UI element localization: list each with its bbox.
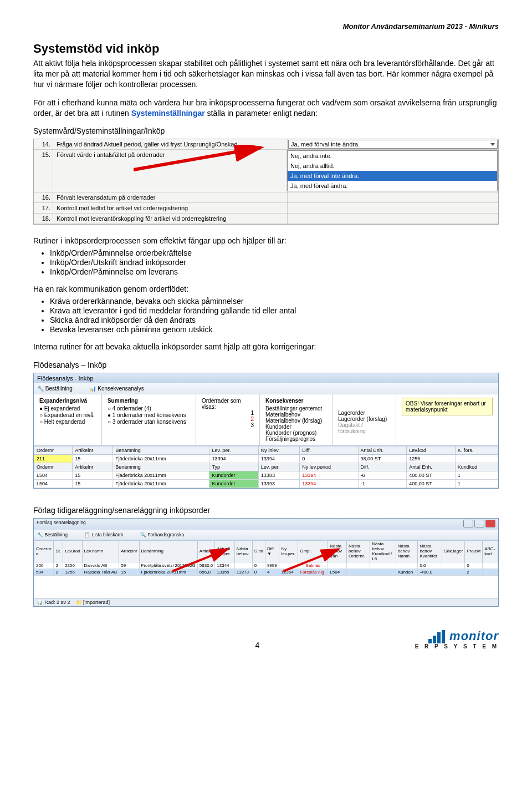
- radio-option[interactable]: Expanderad en nivå: [39, 412, 96, 418]
- list-item: Kräva att leverantör i god tid meddelar …: [50, 306, 499, 315]
- rows-shown-label: Orderrader som visas:: [202, 398, 254, 410]
- paragraph-1: Att aktivt följa hela inköpsprocessen sk…: [33, 58, 499, 90]
- radio-option[interactable]: 3 orderrader utan konsekvens: [108, 419, 190, 425]
- systeminstallningar-link[interactable]: Systeminställningar: [131, 109, 205, 118]
- setting-num: 16.: [34, 192, 53, 202]
- status-bar: 📊 Rad: 2 av 2 📁 [importerad]: [34, 598, 498, 606]
- col-sub: Beställningar gentemot: [265, 405, 326, 412]
- radio-option[interactable]: 1 orderrader med konsekvens: [108, 412, 190, 418]
- setting-num: 17.: [34, 203, 53, 213]
- flow-grid: OrdernrArtikelnrBenämning Lev. per.Ny in…: [34, 446, 498, 488]
- toolbar-tab[interactable]: 🔍 Förhandsgranska: [140, 532, 192, 537]
- table-row[interactable]: 20622356 Danvido AB59Frontplåta svetsi 2…: [34, 562, 498, 569]
- dropdown-option[interactable]: Nej, ändra inte.: [288, 151, 497, 161]
- settings-screenshot: 14. Fråga vid ändrad Aktuell period, gäl…: [33, 139, 499, 225]
- setting-text: Förvalt leveransdatum på orderrader: [53, 192, 288, 202]
- forslag-screenshot: Förslag senareläggning 🔧 Beställning 📋 L…: [33, 518, 499, 607]
- toolbar-tab[interactable]: 🔧 Beställning: [37, 532, 75, 537]
- col-head: Expanderingsnivå: [39, 398, 96, 404]
- toolbar-tab[interactable]: 📋 Lista bildskärm: [84, 532, 131, 537]
- kons-item: Försäljningsprognos: [265, 436, 326, 442]
- col-head: Summering: [108, 398, 190, 404]
- toolbar-tab[interactable]: 🔧 Beställning: [37, 385, 80, 392]
- monitor-logo: monitor E R P S Y S T E M: [415, 629, 499, 649]
- table-row[interactable]: 21115Fjäderbricka 20x11mm 13394133940 98…: [34, 454, 498, 463]
- table-row-selected[interactable]: 50421256 Hassela Tråd AB15Fjäderbricka 2…: [34, 569, 498, 575]
- para2-b: ställa in parameter enligt nedan:: [205, 109, 318, 118]
- radio-option[interactable]: 4 orderrader (4): [108, 405, 190, 412]
- kons-item: Kundorder: [265, 424, 326, 430]
- flow-heading: Flödesanalys – Inköp: [33, 360, 499, 371]
- radio-option[interactable]: Helt expanderad: [39, 419, 96, 425]
- komm-intro: Ha en rak kommunikation genom orderflöde…: [33, 284, 499, 295]
- flow-screenshot: Flödesanalys - Inköp 🔧 Beställning 📊 Kon…: [33, 373, 499, 489]
- page-title: Systemstöd vid inköp: [33, 42, 499, 56]
- forslag-heading: Förlag tidigareläggning/senareläggning i…: [33, 505, 499, 516]
- kons-item: Materialbehov: [265, 412, 326, 418]
- setting-num: 14.: [34, 139, 53, 149]
- window-title: Flödesanalys - Inköp: [34, 373, 498, 383]
- list-item: Skicka ändrad inköpsorder då den ändrats: [50, 316, 499, 324]
- setting-num: 15.: [34, 150, 53, 192]
- dropdown-option[interactable]: Nej, ändra alltid.: [288, 161, 497, 171]
- setting-text: Fråga vid ändrad Aktuell period, gäller …: [53, 139, 288, 149]
- settings-path: Systemvård/Systeminställningar/Inköp: [33, 126, 499, 136]
- table-row[interactable]: L50415Fjäderbricka 20x11mm Kundorder1338…: [34, 471, 498, 479]
- toolbar: 🔧 Beställning 📊 Konsekvensanalys: [34, 383, 498, 394]
- dropdown-option[interactable]: Ja, med förval ändra.: [288, 181, 497, 191]
- list-item: Bevaka leveranser och påminna genom utsk…: [50, 325, 499, 334]
- lager-item: Lagerorder: [338, 410, 390, 416]
- rutiner-list: Inköp/Order/Påminnelse orderbekräftelse …: [50, 248, 499, 276]
- list-item: Kräva ordererkännande, bevaka och skicka…: [50, 297, 499, 306]
- toolbar: 🔧 Beställning 📋 Lista bildskärm 🔍 Förhan…: [34, 530, 498, 540]
- close-icon: [485, 520, 495, 527]
- window-controls[interactable]: [462, 520, 495, 529]
- setting-text: Kontroll mot leverantörskoppling för art…: [53, 214, 288, 224]
- kons-item: Kundorder (prognos): [265, 430, 326, 436]
- toolbar-tab[interactable]: 📊 Konsekvensanalys: [89, 385, 151, 392]
- page-number: 4: [100, 641, 415, 649]
- dropdown-options[interactable]: Nej, ändra inte. Nej, ändra alltid. Ja, …: [287, 150, 498, 192]
- list-item: Inköp/Order/Påminnelse orderbekräftelse: [50, 248, 499, 257]
- setting-text: Kontroll mot ledtid för artikel vid orde…: [53, 203, 288, 213]
- komm-list: Kräva ordererkännande, bevaka och skicka…: [50, 297, 499, 334]
- dropdown-option-selected[interactable]: Ja, med förval inte ändra.: [288, 171, 497, 181]
- paragraph-2: För att i efterhand kunna mäta och värde…: [33, 98, 499, 119]
- interna-text: Interna rutiner för att bevaka aktuella …: [33, 342, 499, 352]
- list-item: Inköp/Order/Utskrift ändrad inköpsorder: [50, 258, 499, 267]
- setting-text: Förvalt värde i antalsfältet på orderrad…: [53, 150, 287, 192]
- table-row[interactable]: L50415Fjäderbricka 20x11mm Kundorder1339…: [34, 479, 498, 488]
- chevron-down-icon[interactable]: [490, 143, 495, 146]
- lager-item: Dagstakt / förbrukning: [338, 422, 390, 434]
- forslag-grid: Ordernr aSt.Lev.kod Lev.namnArtikelnrBen…: [34, 540, 498, 576]
- lager-item: Lagerorder (förslag): [338, 416, 390, 422]
- obs-note: OBS! Visar förseningar enbart ur materia…: [402, 398, 493, 415]
- window-title: Förslag senareläggning: [37, 520, 86, 529]
- col-head: Konsekvenser: [265, 398, 326, 404]
- radio-option[interactable]: Ej expanderad: [39, 405, 96, 412]
- list-item: Inköp/Order/Påminnelse om leverans: [50, 267, 499, 276]
- page-header: Monitor Användarseminarium 2013 - Miniku…: [33, 22, 499, 31]
- kons-item: Materialbehov (förslag): [265, 418, 326, 424]
- setting-current-value: Ja, med förval inte ändra.: [291, 141, 360, 148]
- setting-num: 18.: [34, 214, 53, 224]
- rutiner-intro: Rutiner i inköpsorderprocessen som effek…: [33, 236, 499, 246]
- setting-value-area[interactable]: Ja, med förval inte ändra.: [288, 139, 498, 149]
